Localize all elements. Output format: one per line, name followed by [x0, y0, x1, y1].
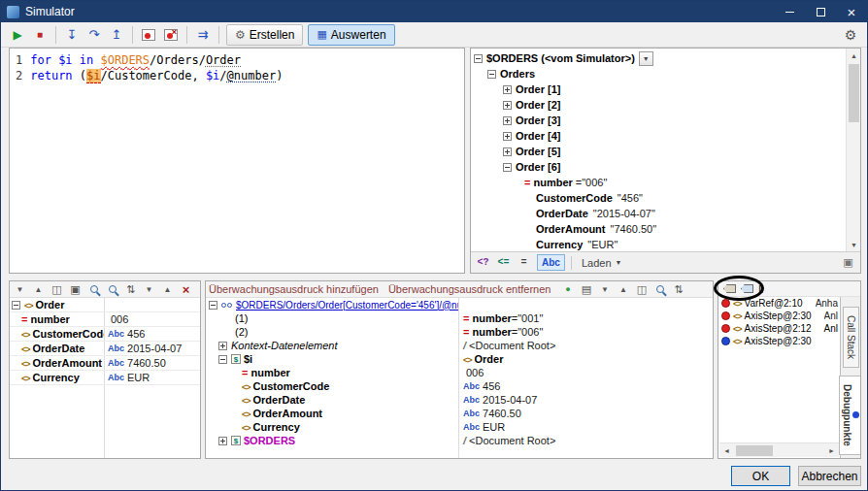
abc-toggle-button[interactable]: Abc	[537, 254, 565, 271]
tree-row-number[interactable]: number="006"	[471, 175, 846, 190]
settings-gear-icon[interactable]	[840, 24, 861, 46]
toggle-breakpoint-icon[interactable]	[138, 24, 159, 46]
vertical-scrollbar[interactable]	[846, 49, 860, 251]
cancel-button[interactable]: Abbrechen	[798, 466, 861, 486]
minimize-button[interactable]	[774, 1, 805, 22]
collapse-icon[interactable]	[12, 301, 20, 310]
list-item[interactable]: OrderAmount Abc7460.50	[206, 407, 713, 420]
table-row[interactable]: OrderAmount Abc7460.50	[10, 356, 200, 371]
list-item[interactable]: Kontext-Datenelement <Document Root>	[206, 339, 713, 352]
list-item[interactable]: $ORDERS <Document Root>	[206, 434, 713, 447]
copy-icon[interactable]	[50, 282, 64, 296]
expand-icon[interactable]	[503, 85, 512, 94]
sort-icon[interactable]	[671, 282, 685, 296]
sort-ascending-icon[interactable]	[160, 282, 175, 296]
filter-down-icon[interactable]	[597, 282, 612, 296]
search-next-icon[interactable]	[105, 282, 119, 296]
filter-down-icon[interactable]	[13, 282, 27, 296]
tab-debugpunkte[interactable]: Debugpunkte	[839, 376, 861, 455]
tree-row-order-5[interactable]: Order [5]	[471, 144, 846, 159]
table-row[interactable]: number 006	[10, 312, 200, 327]
maximize-button[interactable]	[805, 1, 836, 22]
laden-dropdown[interactable]: Laden	[578, 254, 626, 272]
expand-icon[interactable]	[218, 342, 227, 350]
sort-descending-icon[interactable]	[142, 282, 156, 296]
tree-row-root[interactable]: $ORDERS (<vom Simulator>)	[471, 50, 846, 66]
horizontal-scrollbar[interactable]	[719, 442, 839, 457]
list-item[interactable]: AxisStep@2:12Anl	[718, 322, 839, 335]
sort-icon[interactable]	[123, 282, 138, 296]
tree-row-order-2[interactable]: Order [2]	[471, 97, 846, 113]
close-button[interactable]	[836, 1, 867, 22]
list-item[interactable]: OrderDate Abc2015-04-07	[206, 393, 713, 407]
tab-call-stack[interactable]: Call Stack	[843, 307, 859, 368]
expand-icon[interactable]	[218, 437, 227, 445]
table-row[interactable]: OrderDate Abc2015-04-07	[10, 342, 200, 356]
list-item[interactable]: $i Order	[206, 352, 713, 366]
list-item[interactable]: AxisStep@2:30Anl	[718, 310, 839, 322]
expand-icon[interactable]	[503, 116, 512, 125]
scroll-down-icon[interactable]	[847, 238, 861, 251]
scroll-left-icon[interactable]	[719, 443, 734, 457]
list-item[interactable]: number 006	[206, 366, 713, 379]
collapse-icon[interactable]	[487, 70, 496, 79]
tree-row-orders[interactable]: Orders	[471, 66, 846, 82]
pause-icon[interactable]	[758, 283, 763, 295]
detach-panel-icon[interactable]	[841, 256, 855, 270]
list-item[interactable]: (1) number="001"	[206, 311, 713, 325]
tree-row-order-6[interactable]: Order [6]	[471, 159, 846, 175]
tree-row-orderdate[interactable]: OrderDate"2015-04-07"	[471, 206, 846, 221]
list-item[interactable]: (2) number="006"	[206, 325, 713, 339]
add-watch-link[interactable]: Überwachungsausdruck hinzufügen	[209, 283, 379, 295]
expand-icon[interactable]	[503, 132, 512, 141]
table-row[interactable]: Order	[10, 298, 200, 312]
source-dropdown-button[interactable]	[639, 51, 653, 66]
list-item[interactable]: VarRef@2:10Anha	[718, 297, 839, 310]
collapse-icon[interactable]	[474, 54, 483, 63]
step-over-icon[interactable]	[83, 24, 105, 46]
scrollbar-thumb[interactable]	[736, 445, 773, 456]
ok-button[interactable]: OK	[731, 466, 790, 486]
scroll-up-icon[interactable]	[847, 49, 861, 62]
tree-row-order-3[interactable]: Order [3]	[471, 113, 846, 128]
tree-row-orderamount[interactable]: OrderAmount"7460.50"	[471, 221, 846, 237]
tree-row-currency[interactable]: Currency"EUR"	[471, 237, 846, 251]
collapse-icon[interactable]	[503, 163, 512, 172]
tree-row-customercode[interactable]: CustomerCode"456"	[471, 190, 846, 206]
xml-declaration-icon[interactable]	[476, 256, 490, 270]
scroll-right-icon[interactable]	[824, 443, 839, 457]
clear-breakpoints-icon[interactable]	[160, 24, 182, 46]
filter-up-icon[interactable]	[31, 282, 46, 296]
table-row[interactable]: CustomerCode Abc456	[10, 327, 200, 342]
expand-icon[interactable]	[503, 147, 512, 156]
run-icon[interactable]	[7, 24, 28, 46]
grid-view-icon[interactable]	[579, 282, 593, 296]
erstellen-button[interactable]: Erstellen	[226, 24, 303, 46]
scrollbar-thumb[interactable]	[849, 64, 859, 122]
step-out-icon[interactable]	[106, 24, 127, 46]
copy-icon[interactable]	[634, 282, 649, 296]
remove-watch-link[interactable]: Überwachungsausdruck entfernen	[388, 283, 551, 295]
list-item[interactable]: CustomerCode Abc456	[206, 379, 713, 393]
table-row[interactable]: Currency AbcEUR	[10, 371, 200, 385]
search-icon[interactable]	[86, 282, 101, 296]
record-icon[interactable]	[560, 282, 575, 296]
code-editor[interactable]: 1for $i in $ORDERS/Orders/Order 2return …	[9, 48, 465, 274]
tree-row-order-4[interactable]: Order [4]	[471, 128, 846, 144]
equals-view-icon[interactable]	[517, 256, 531, 270]
clear-results-icon[interactable]	[179, 282, 193, 296]
list-item[interactable]: AxisStep@2:30	[718, 335, 839, 347]
expand-icon[interactable]	[503, 101, 512, 110]
list-item[interactable]: Currency AbcEUR	[206, 420, 713, 434]
step-into-icon[interactable]	[61, 24, 83, 46]
stop-icon[interactable]	[29, 24, 50, 46]
filter-up-icon[interactable]	[616, 282, 630, 296]
list-item[interactable]: $ORDERS/Orders/Order[CustomerCode='456']…	[206, 298, 713, 311]
collapse-icon[interactable]	[209, 301, 217, 310]
tree-row-order-1[interactable]: Order [1]	[471, 82, 846, 97]
titlebar[interactable]: Simulator	[1, 1, 867, 22]
assign-source-icon[interactable]	[496, 256, 511, 270]
breakpoint-tag-icon[interactable]	[741, 284, 753, 293]
tracepoint-icon[interactable]	[723, 284, 736, 293]
trace-icon[interactable]	[192, 24, 214, 46]
